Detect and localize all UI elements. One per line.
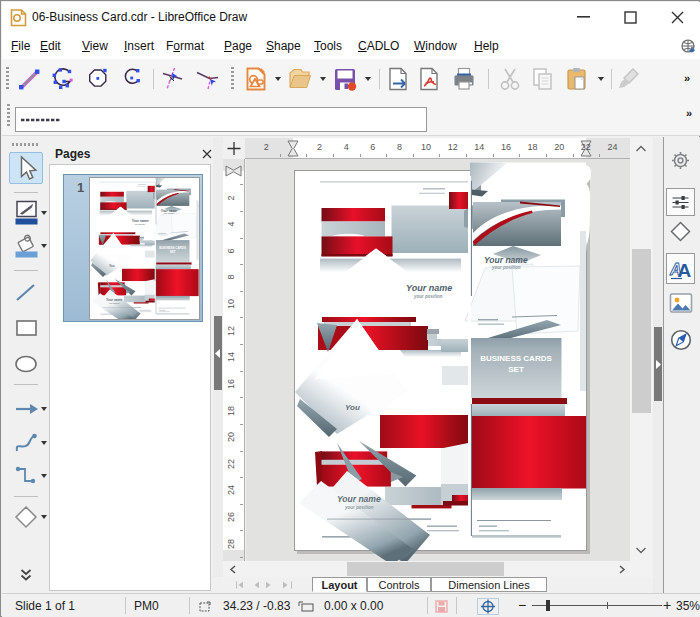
svg-text:A: A xyxy=(678,260,692,281)
svg-text:Your name: Your name xyxy=(337,494,381,504)
svg-text:SET: SET xyxy=(508,365,524,374)
svg-text:your position: your position xyxy=(344,505,374,510)
svg-text:BUSINESS CARDS: BUSINESS CARDS xyxy=(480,354,552,363)
svg-text:Your name: Your name xyxy=(406,283,452,293)
svg-text:You: You xyxy=(345,403,360,412)
svg-text:SET: SET xyxy=(170,250,176,254)
svg-text:your position: your position xyxy=(108,302,120,304)
svg-text:your position: your position xyxy=(134,223,146,225)
svg-text:BUSINESS CARDS: BUSINESS CARDS xyxy=(159,246,186,250)
svg-text:Your name: Your name xyxy=(484,255,528,265)
svg-text:your position: your position xyxy=(491,265,521,270)
svg-text:your position: your position xyxy=(413,294,443,299)
svg-text:your position: your position xyxy=(163,212,175,214)
svg-text:You: You xyxy=(109,264,115,268)
